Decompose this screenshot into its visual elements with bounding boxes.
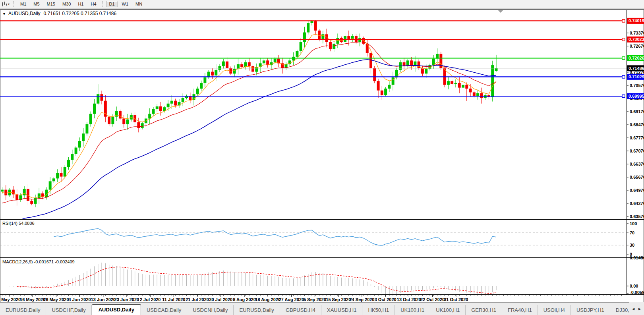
symbol-tab-usoil-h4[interactable]: USOil,H4: [538, 305, 571, 315]
candlestick-chart-icon: [2, 2, 7, 7]
price-badge-label: 0.74019: [629, 18, 644, 23]
timeframe-button-w1[interactable]: W1: [119, 1, 132, 7]
symbol-tab-uk100-h1[interactable]: UK100,H1: [395, 305, 430, 315]
candle: [156, 106, 159, 109]
date-label: 7 May 2020: [0, 297, 21, 302]
timeframe-button-h4[interactable]: H4: [87, 1, 99, 7]
candle: [307, 23, 309, 33]
candle: [12, 190, 15, 195]
timeframe-button-d1[interactable]: D1: [106, 1, 118, 7]
symbol-tab-ger30-h1[interactable]: GER30,H1: [466, 305, 502, 315]
chart-canvas[interactable]: 10070300 0.0148610.00-0.005938 0.733700.…: [0, 10, 644, 302]
candle: [462, 85, 464, 88]
price-axis-tick-label: 0.68470: [630, 122, 644, 127]
candle: [67, 160, 70, 167]
date-label: 3 Oct 2020: [375, 297, 396, 302]
symbol-tab-hk50-h1[interactable]: HK50,H1: [362, 305, 395, 315]
timeframe-button-m5[interactable]: M5: [30, 1, 43, 7]
candle: [64, 167, 66, 177]
candle: [170, 101, 173, 104]
date-label: 16 May 2020: [20, 297, 45, 302]
macd-axis-tick-label: 0.00: [630, 284, 638, 288]
candle: [137, 122, 140, 128]
symbol-tab-eurusd-daily[interactable]: EURUSD,Daily: [234, 305, 280, 315]
chart-title-ohlc: 0.71651 0.72205 0.71355 0.71486: [44, 11, 117, 16]
candle: [56, 173, 59, 178]
symbol-tab-usdcnh-daily[interactable]: USDCNH,Daily: [187, 305, 234, 315]
timeframe-button-m1[interactable]: M1: [17, 1, 29, 7]
date-label: 27 Aug 2020: [279, 297, 304, 302]
candle: [211, 72, 214, 75]
candle: [300, 42, 302, 51]
timeframe-button-m30[interactable]: M30: [59, 1, 74, 7]
timeframe-button-m15[interactable]: M15: [44, 1, 58, 7]
candle: [215, 70, 217, 75]
candle: [495, 68, 498, 71]
candle: [476, 93, 479, 96]
symbol-tab-xauusd-h1[interactable]: XAUUSD,H1: [321, 305, 362, 315]
level-axis-marker: [622, 95, 625, 98]
candle: [469, 89, 472, 92]
candle: [15, 194, 18, 200]
symbol-tab-gbpusd-h4[interactable]: GBPUSD,H4: [280, 305, 321, 315]
symbol-tab-fra40-h1[interactable]: FRA40,H1: [502, 305, 538, 315]
date-label: 21 Jul 2020: [186, 297, 209, 302]
candle: [425, 69, 427, 74]
tab-scroll-right-icon[interactable]: ►: [638, 307, 642, 311]
candle: [266, 60, 269, 65]
candle: [377, 81, 380, 91]
candle: [465, 85, 468, 89]
symbol-tab-uk100-h1[interactable]: UK100,H1: [430, 305, 466, 315]
level-axis-marker: [622, 75, 625, 78]
tab-scroll-left-icon[interactable]: ◄: [631, 307, 635, 311]
candle: [75, 147, 77, 154]
candle: [4, 190, 7, 195]
level-axis-marker: [622, 57, 625, 60]
symbol-tab-usdcad-daily[interactable]: USDCAD,Daily: [141, 305, 187, 315]
candle: [78, 141, 81, 147]
candle: [148, 114, 151, 119]
candle: [97, 94, 99, 104]
candle: [60, 173, 62, 176]
timeframe-buttons: M1M5M15M30H1H4D1W1MN: [17, 1, 146, 7]
price-axis-tick-label: 0.64970: [630, 188, 644, 193]
candle: [52, 178, 55, 181]
level-axis-marker: [622, 38, 625, 41]
symbol-tab-audusd-daily[interactable]: AUDUSD,Daily: [92, 304, 141, 315]
candle: [373, 68, 376, 81]
candle: [141, 123, 144, 128]
candle: [101, 94, 103, 100]
candle: [381, 91, 383, 95]
symbol-tab-usdjpy-h1[interactable]: USDJPY,H1: [571, 305, 610, 315]
price-axis-tick-label: 0.69170: [630, 109, 644, 114]
candle: [362, 38, 365, 44]
rsi-indicator-label: RSI(14) 54.0806: [2, 221, 35, 226]
timeframe-button-h1[interactable]: H1: [75, 1, 87, 7]
chart-type-button[interactable]: ▾: [0, 2, 11, 7]
candle: [311, 21, 313, 23]
price-badge-label: 0.69995: [629, 94, 644, 99]
candle: [366, 44, 369, 53]
candle: [122, 118, 125, 124]
price-axis-tick-label: 0.66370: [630, 162, 644, 166]
symbol-tab-eurusd-daily[interactable]: EURUSD,Daily: [0, 305, 46, 315]
candle: [108, 117, 110, 124]
candle: [85, 124, 88, 134]
date-label: 18 Aug 2020: [255, 297, 280, 302]
chart-type-caret-icon: ▾: [8, 2, 10, 6]
candle: [454, 83, 457, 84]
timeframe-button-mn[interactable]: MN: [132, 1, 145, 7]
candle: [196, 89, 199, 94]
candle: [329, 42, 332, 49]
price-axis-tick-label: 0.63570: [630, 214, 644, 219]
tab-scroll-arrows: ◄ ►: [629, 302, 644, 315]
candle: [174, 101, 177, 106]
candle: [182, 98, 184, 102]
symbol-tab-usdchf-daily[interactable]: USDCHF,Daily: [46, 305, 91, 315]
candle: [200, 83, 203, 89]
timeframe-toolbar: ▾ M1M5M15M30H1H4D1W1MN: [0, 0, 644, 8]
chart-frame: [0, 10, 644, 302]
rsi-axis-tick-label: 100: [630, 221, 637, 226]
candle: [451, 81, 453, 84]
macd-indicator-label: MACD(12,26,9) -0.001671 -0.002409: [2, 259, 75, 264]
